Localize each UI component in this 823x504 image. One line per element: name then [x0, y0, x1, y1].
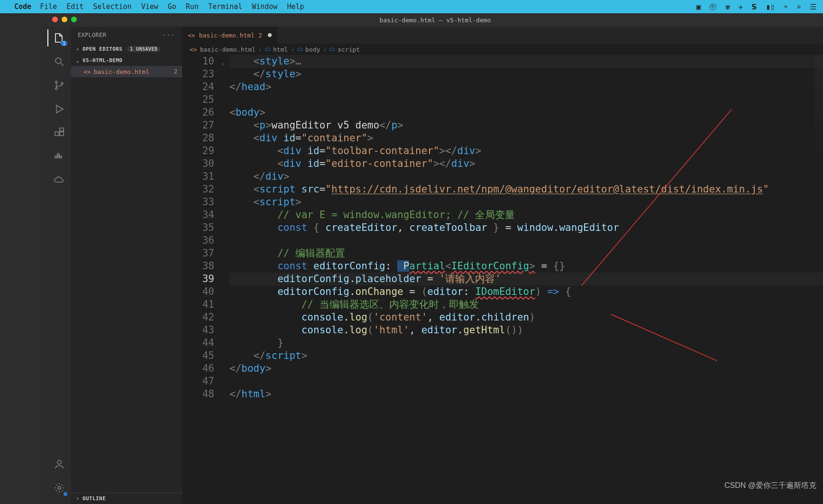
menu-selection[interactable]: Selection	[93, 2, 131, 11]
account-icon	[54, 458, 65, 470]
breadcrumbs[interactable]: <> basic-demo.html › ⬭ html › ⬭ body › ⬭…	[182, 44, 823, 55]
minimize-button[interactable]	[62, 17, 67, 22]
svg-rect-7	[55, 156, 57, 158]
tab-problems-count: 2	[258, 32, 262, 39]
svg-rect-10	[57, 154, 59, 156]
breadcrumb-item[interactable]: script	[338, 46, 360, 53]
code-area[interactable]: <style>… </style></head><body> <p>wangEd…	[229, 55, 823, 504]
open-editors-label: OPEN EDITORS	[82, 46, 122, 52]
maximize-button[interactable]	[71, 17, 77, 22]
sidebar: EXPLORER ··· › OPEN EDITORS 1 UNSAVED ⌄ …	[71, 27, 182, 504]
cloud-icon	[54, 174, 65, 186]
settings-activity[interactable]	[53, 481, 66, 495]
outline-label: OUTLINE	[82, 495, 106, 502]
minimap[interactable]	[814, 55, 823, 164]
svg-rect-8	[57, 156, 59, 158]
outline-section[interactable]: › OUTLINE	[71, 493, 182, 504]
file-row-basic-demo[interactable]: <> basic-demo.html 2	[71, 66, 182, 77]
cloud-activity[interactable]	[53, 174, 66, 187]
menu-help[interactable]: Help	[287, 2, 304, 11]
status-icon: ▣	[696, 2, 701, 11]
element-icon: ⬭	[297, 46, 302, 53]
open-editors-section[interactable]: › OPEN EDITORS 1 UNSAVED	[71, 43, 182, 55]
breadcrumb-item[interactable]: html	[273, 46, 288, 53]
unsaved-badge: 1 UNSAVED	[127, 46, 160, 52]
menu-run[interactable]: Run	[186, 2, 199, 11]
svg-point-0	[55, 58, 61, 64]
svg-rect-6	[60, 128, 64, 131]
debug-activity[interactable]	[53, 102, 66, 116]
breadcrumb-item[interactable]: body	[305, 46, 320, 53]
gear-icon	[54, 482, 65, 494]
app-name: Code	[14, 2, 31, 11]
svg-rect-5	[60, 132, 64, 136]
docker-icon	[54, 151, 65, 162]
activity-bar: 1	[47, 27, 71, 504]
more-icon[interactable]: ···	[162, 32, 175, 38]
fold-column: ›	[221, 55, 229, 504]
file-name: basic-demo.html	[94, 68, 149, 75]
workspace-label: V5-HTML-DEMO	[82, 57, 122, 64]
sidebar-title: EXPLORER	[78, 32, 106, 38]
file-problems-count: 2	[174, 68, 177, 75]
svg-point-11	[57, 460, 61, 464]
docker-activity[interactable]	[53, 150, 66, 163]
play-icon	[54, 103, 65, 115]
svg-point-1	[55, 81, 57, 83]
wifi-icon: ⌔	[784, 2, 788, 11]
status-icon: 𝗦	[751, 2, 757, 11]
chevron-right-icon: ›	[75, 46, 81, 52]
unsaved-indicator	[268, 33, 272, 37]
svg-rect-9	[60, 156, 62, 158]
svg-rect-4	[55, 132, 59, 136]
chevron-right-icon: ›	[75, 496, 81, 501]
branch-icon	[54, 80, 65, 91]
mac-menubar: Code File Edit Selection View Go Run Ter…	[0, 0, 823, 13]
workspace-section[interactable]: ⌄ V5-HTML-DEMO	[71, 55, 182, 66]
svg-point-12	[58, 486, 61, 489]
chevron-down-icon: ⌄	[75, 58, 81, 63]
window-title: basic-demo.html — v5-html-demo	[380, 17, 491, 24]
html-file-icon: <>	[188, 32, 195, 39]
menu-window[interactable]: Window	[252, 2, 277, 11]
telegram-icon: ✈	[739, 2, 743, 11]
tab-label: basic-demo.html	[199, 32, 255, 39]
explorer-badge: 1	[61, 41, 67, 46]
search-icon	[54, 56, 65, 67]
app-frame: basic-demo.html — v5-html-demo 1 EXPLORE…	[47, 13, 823, 504]
close-button[interactable]	[52, 17, 58, 22]
scm-activity[interactable]	[53, 79, 66, 92]
html-file-icon: <>	[190, 46, 197, 53]
extensions-icon	[54, 127, 65, 138]
battery-icon: ▮▯	[766, 2, 775, 11]
control-center-icon: ☰	[810, 2, 816, 11]
html-file-icon: <>	[83, 68, 91, 75]
menu-view[interactable]: View	[141, 2, 158, 11]
tabs: <> basic-demo.html 2	[182, 27, 823, 44]
extensions-activity[interactable]	[53, 126, 66, 139]
breadcrumb-item[interactable]: basic-demo.html	[200, 46, 256, 53]
wechat-icon: ✾	[725, 2, 730, 11]
editor[interactable]: 1023242526272829303132333435363738394041…	[182, 55, 823, 504]
line-number-gutter: 1023242526272829303132333435363738394041…	[182, 55, 221, 504]
search-activity[interactable]	[53, 55, 66, 68]
status-icon: ㊥	[709, 2, 717, 12]
element-icon: ⬭	[265, 46, 270, 53]
element-icon: ⬭	[329, 46, 335, 53]
svg-point-2	[55, 88, 57, 90]
svg-point-3	[61, 82, 63, 84]
tab-basic-demo[interactable]: <> basic-demo.html 2	[182, 27, 278, 44]
account-activity[interactable]	[53, 458, 66, 471]
menu-file[interactable]: File	[40, 2, 57, 11]
menu-go[interactable]: Go	[168, 2, 176, 11]
titlebar: basic-demo.html — v5-html-demo	[47, 13, 823, 27]
menu-terminal[interactable]: Terminal	[208, 2, 242, 11]
search-icon: ⌕	[796, 2, 801, 11]
menu-edit[interactable]: Edit	[66, 2, 83, 11]
explorer-activity[interactable]: 1	[53, 31, 66, 45]
